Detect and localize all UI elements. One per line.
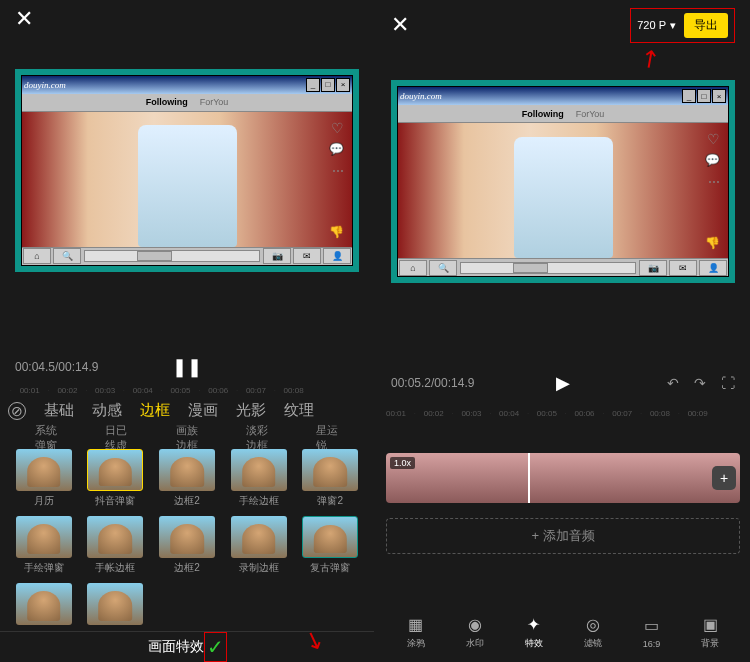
sparkle-icon: ✦ bbox=[527, 614, 540, 634]
playhead[interactable] bbox=[528, 453, 530, 503]
background-icon: ▣ bbox=[703, 614, 718, 634]
retro-scrollbar bbox=[84, 250, 260, 262]
filter-icon: ◎ bbox=[586, 614, 600, 634]
video-preview[interactable]: douyin.com _ □ × Following ForYou ♡ 💬 ⋯ … bbox=[391, 80, 735, 283]
play-button[interactable]: ▶ bbox=[556, 372, 570, 394]
tool-scribble[interactable]: ▦涂鸦 bbox=[407, 614, 425, 650]
more-icon: ⋯ bbox=[332, 164, 344, 178]
effect-item[interactable]: 复古弹窗 bbox=[298, 516, 362, 575]
fullscreen-button[interactable]: ⛶ bbox=[721, 375, 735, 391]
add-clip-button[interactable]: + bbox=[712, 466, 736, 490]
close-icon: × bbox=[336, 78, 350, 92]
undo-button[interactable]: ↶ bbox=[667, 375, 679, 391]
mail-icon: ✉ bbox=[293, 248, 321, 264]
video-cup bbox=[138, 125, 237, 247]
retro-window-frame: douyin.com _ □ × Following ForYou ♡ 💬 ⋯ … bbox=[21, 75, 353, 266]
time-ruler[interactable]: ·00:01 ·00:02 ·00:03 ·00:04 ·00:05 ·00:0… bbox=[0, 383, 374, 399]
tool-filter[interactable]: ◎滤镜 bbox=[584, 614, 602, 650]
search-icon: 🔍 bbox=[53, 248, 81, 264]
video-cup bbox=[514, 137, 613, 259]
retro-window-frame: douyin.com _ □ × Following ForYou ♡ 💬 ⋯ … bbox=[397, 86, 729, 277]
effect-item-selected[interactable]: 抖音弹窗 bbox=[84, 449, 148, 508]
time-display: 00:04.5/00:14.9 bbox=[15, 360, 98, 374]
maximize-icon: □ bbox=[321, 78, 335, 92]
effect-item[interactable]: 弹窗2 bbox=[298, 449, 362, 508]
retro-title: douyin.com bbox=[24, 80, 66, 90]
resolution-button[interactable]: 720 P▾ bbox=[637, 19, 676, 32]
mail-icon: ✉ bbox=[669, 260, 697, 276]
right-topbar: ✕ 720 P▾ 导出 ↗ bbox=[376, 0, 750, 50]
tab-following: Following bbox=[522, 109, 564, 119]
tool-ratio[interactable]: ▭16:9 bbox=[643, 616, 661, 649]
annotation-arrow: ↗ bbox=[634, 42, 666, 76]
frame-thumb bbox=[543, 453, 582, 503]
close-button[interactable]: ✕ bbox=[391, 12, 409, 38]
window-buttons: _ □ × bbox=[682, 89, 726, 103]
tab-comic[interactable]: 漫画 bbox=[188, 401, 218, 420]
tool-bar: ▦涂鸦 ◉水印 ✦特效 ◎滤镜 ▭16:9 ▣背景 bbox=[376, 602, 750, 662]
tool-watermark[interactable]: ◉水印 bbox=[466, 614, 484, 650]
left-screen: ✕ douyin.com _ □ × Following ForYou ♡ 💬 bbox=[0, 0, 374, 662]
tab-border[interactable]: 边框 bbox=[140, 401, 170, 420]
tab-light[interactable]: 光影 bbox=[236, 401, 266, 420]
retro-toolbar: ⌂ 🔍 📷 ✉ 👤 bbox=[22, 247, 352, 265]
frame-thumb bbox=[622, 453, 661, 503]
camera-icon: 📷 bbox=[263, 248, 291, 264]
scroll-thumb bbox=[513, 263, 548, 273]
effect-item[interactable]: 手绘边框 bbox=[227, 449, 291, 508]
user-icon: 👤 bbox=[699, 260, 727, 276]
close-button[interactable]: ✕ bbox=[15, 6, 33, 32]
home-icon: ⌂ bbox=[23, 248, 51, 264]
redo-button[interactable]: ↷ bbox=[694, 375, 706, 391]
pause-button[interactable]: ❚❚ bbox=[172, 356, 202, 378]
tab-dynamic[interactable]: 动感 bbox=[92, 401, 122, 420]
retro-titlebar: douyin.com _ □ × bbox=[398, 87, 728, 105]
frame-thumb bbox=[583, 453, 622, 503]
play-controls: 00:04.5/00:14.9 ❚❚ bbox=[0, 352, 374, 383]
effect-item[interactable]: 边框2 bbox=[155, 449, 219, 508]
time-ruler[interactable]: 00:01· 00:02· 00:03· 00:04· 00:05· 00:06… bbox=[376, 403, 750, 423]
video-preview[interactable]: douyin.com _ □ × Following ForYou ♡ 💬 ⋯ … bbox=[15, 69, 359, 272]
tab-basic[interactable]: 基础 bbox=[44, 401, 74, 420]
frame-thumb bbox=[465, 453, 504, 503]
export-button[interactable]: 导出 bbox=[684, 13, 728, 38]
scribble-icon: ▦ bbox=[408, 614, 423, 634]
user-icon: 👤 bbox=[323, 248, 351, 264]
retro-tabs: Following ForYou bbox=[22, 94, 352, 112]
effect-item[interactable]: 手绘弹窗 bbox=[12, 516, 76, 575]
retro-scrollbar bbox=[460, 262, 636, 274]
ratio-icon: ▭ bbox=[644, 616, 659, 636]
minimize-icon: _ bbox=[306, 78, 320, 92]
frame-thumb bbox=[661, 453, 700, 503]
maximize-icon: □ bbox=[697, 89, 711, 103]
no-effect-icon[interactable]: ⊘ bbox=[8, 402, 26, 420]
effect-item[interactable] bbox=[84, 583, 148, 625]
add-audio-button[interactable]: + 添加音频 bbox=[386, 518, 740, 554]
camera-icon: 📷 bbox=[639, 260, 667, 276]
frame-thumb bbox=[504, 453, 543, 503]
comment-icon: 💬 bbox=[329, 142, 344, 156]
edit-controls: ↶ ↷ ⛶ bbox=[667, 375, 735, 391]
tab-texture[interactable]: 纹理 bbox=[284, 401, 314, 420]
retro-tabs: Following ForYou bbox=[398, 105, 728, 123]
video-frame: ♡ 💬 ⋯ 👎 bbox=[398, 123, 728, 258]
time-display: 00:05.2/00:14.9 bbox=[391, 376, 474, 390]
close-icon: × bbox=[712, 89, 726, 103]
video-track[interactable]: 1.0x + bbox=[386, 453, 740, 503]
scroll-thumb bbox=[137, 251, 172, 261]
tool-background[interactable]: ▣背景 bbox=[701, 614, 719, 650]
confirm-button[interactable]: ✓ bbox=[207, 636, 224, 658]
left-topbar: ✕ bbox=[0, 0, 374, 39]
thumbs-icon: 👎 bbox=[705, 236, 720, 250]
effect-item[interactable]: 月历 bbox=[12, 449, 76, 508]
effect-item[interactable] bbox=[12, 583, 76, 625]
section-title-bar: 画面特效 ✓ ↘ bbox=[0, 631, 374, 662]
tool-effects[interactable]: ✦特效 bbox=[525, 614, 543, 650]
effect-item[interactable]: 手帐边框 bbox=[84, 516, 148, 575]
right-screen: ✕ 720 P▾ 导出 ↗ douyin.com _ □ × Following… bbox=[376, 0, 750, 662]
home-icon: ⌂ bbox=[399, 260, 427, 276]
effect-item[interactable]: 录制边框 bbox=[227, 516, 291, 575]
minimize-icon: _ bbox=[682, 89, 696, 103]
effect-item[interactable]: 边框2 bbox=[155, 516, 219, 575]
droplet-icon: ◉ bbox=[468, 614, 482, 634]
